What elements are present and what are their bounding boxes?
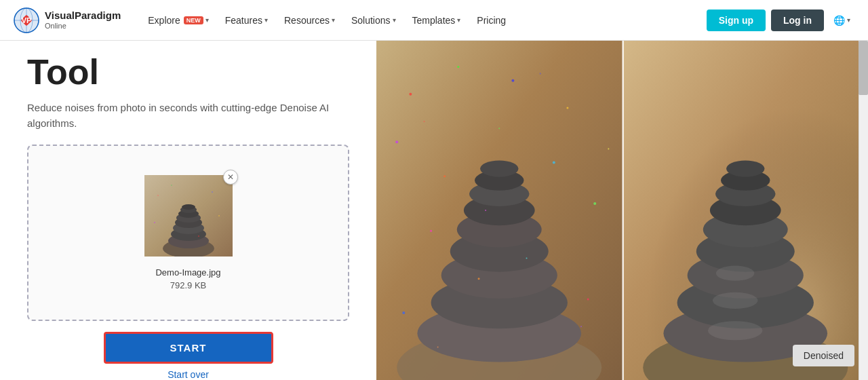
nav-item-templates[interactable]: Templates ▾ (406, 11, 468, 30)
nav-item-resources[interactable]: Resources ▾ (277, 11, 342, 30)
chevron-down-icon-resources: ▾ (332, 16, 335, 24)
nav-label-pricing: Pricing (477, 15, 506, 26)
nav-label-solutions: Solutions (351, 15, 391, 26)
svg-point-45 (478, 278, 480, 280)
svg-point-36 (409, 93, 412, 96)
nav-label-features: Features (225, 15, 262, 26)
nav-item-solutions[interactable]: Solutions ▾ (344, 11, 403, 30)
clean-half (623, 41, 869, 380)
svg-point-38 (511, 79, 514, 82)
svg-point-47 (587, 298, 589, 300)
nav-item-explore[interactable]: Explore NEW ▾ (141, 11, 215, 30)
start-over-link[interactable]: Start over (167, 369, 209, 380)
svg-point-50 (540, 73, 541, 75)
file-size: 792.9 KB (170, 280, 207, 290)
nav-label-explore: Explore (148, 15, 180, 26)
left-panel: Tool Reduce noises from photo in seconds… (0, 41, 376, 380)
chevron-down-icon-lang: ▾ (847, 16, 850, 24)
language-button[interactable]: 🌐 ▾ (829, 11, 854, 30)
clean-stones-image (623, 41, 869, 380)
nav-links: Explore NEW ▾ Features ▾ Resources ▾ Sol… (141, 11, 706, 30)
svg-point-19 (171, 185, 172, 186)
svg-point-46 (402, 311, 405, 314)
svg-point-22 (154, 222, 155, 223)
noisy-stones-image (376, 41, 623, 380)
svg-point-18 (157, 195, 159, 196)
svg-point-44 (593, 202, 596, 205)
chevron-down-icon-explore: ▾ (205, 16, 209, 24)
comparison-divider (623, 41, 624, 380)
action-buttons: START Start over (27, 332, 349, 380)
page-title: Tool (27, 54, 349, 90)
svg-point-39 (566, 107, 568, 109)
svg-point-69 (712, 292, 757, 309)
chevron-down-icon-solutions: ▾ (393, 16, 396, 24)
chevron-down-icon-features: ▾ (264, 16, 268, 24)
logo-icon: VP (14, 7, 39, 33)
svg-point-42 (553, 162, 555, 164)
chevron-down-icon-templates: ▾ (457, 16, 460, 24)
navbar: VP VisualParadigm Online Explore NEW ▾ F… (0, 0, 868, 41)
close-image-button[interactable]: ✕ (223, 170, 238, 185)
svg-point-40 (395, 140, 398, 143)
svg-point-21 (218, 215, 220, 216)
login-button[interactable]: Log in (771, 10, 824, 31)
scrollbar-thumb[interactable] (859, 41, 868, 95)
subtitle: Reduce noises from photo in seconds with… (27, 100, 349, 131)
svg-point-68 (707, 321, 762, 340)
nav-label-templates: Templates (412, 15, 456, 26)
image-preview-container: ✕ (144, 175, 233, 259)
noisy-half (376, 41, 623, 380)
nav-item-features[interactable]: Features ▾ (218, 11, 275, 30)
image-preview (144, 175, 233, 256)
main-content: Tool Reduce noises from photo in seconds… (0, 41, 868, 380)
svg-point-53 (526, 257, 528, 259)
nav-item-pricing[interactable]: Pricing (470, 11, 513, 30)
svg-point-20 (212, 191, 213, 193)
signup-button[interactable]: Sign up (707, 10, 766, 31)
svg-point-67 (726, 160, 764, 176)
logo[interactable]: VP VisualParadigm Online (14, 7, 121, 33)
svg-point-48 (423, 121, 425, 122)
svg-text:VP: VP (22, 16, 32, 24)
svg-point-17 (182, 204, 195, 210)
nav-label-resources: Resources (284, 15, 330, 26)
right-panel: Denoised (376, 41, 868, 380)
svg-point-54 (437, 346, 439, 347)
drop-zone[interactable]: ✕ Demo-Image.jpg 792.9 KB (27, 145, 349, 321)
logo-text: VisualParadigm Online (45, 10, 121, 31)
globe-icon: 🌐 (833, 15, 845, 26)
svg-point-43 (430, 230, 432, 232)
denoised-badge: Denoised (793, 345, 854, 366)
svg-point-23 (198, 235, 199, 237)
svg-point-41 (443, 175, 446, 177)
nav-actions: Sign up Log in 🌐 ▾ (707, 10, 854, 31)
svg-point-55 (580, 326, 582, 327)
comparison-image: Denoised (376, 41, 868, 380)
svg-point-70 (715, 266, 753, 281)
svg-point-51 (608, 148, 609, 149)
svg-point-49 (498, 128, 500, 129)
file-name: Demo-Image.jpg (155, 267, 220, 278)
svg-point-52 (485, 210, 486, 211)
svg-point-37 (457, 66, 459, 68)
nav-badge-new: NEW (184, 16, 203, 24)
start-button[interactable]: START (104, 332, 273, 364)
scrollbar-track[interactable] (859, 41, 868, 380)
